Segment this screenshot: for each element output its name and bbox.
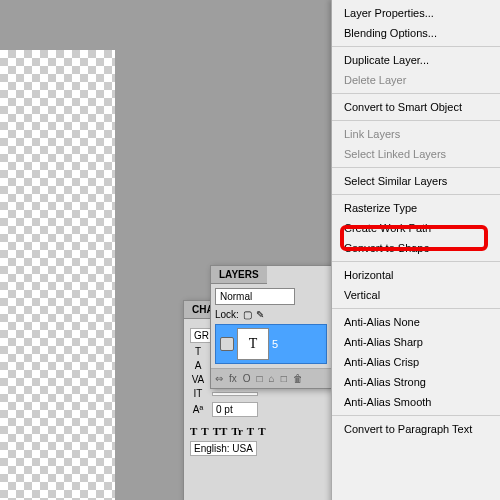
menu-separator [332,167,500,168]
menu-separator [332,46,500,47]
menu-separator [332,93,500,94]
menu-separator [332,415,500,416]
menu-item-anti-alias-crisp[interactable]: Anti-Alias Crisp [332,352,500,372]
menu-item-anti-alias-sharp[interactable]: Anti-Alias Sharp [332,332,500,352]
lock-label: Lock: [215,309,239,320]
menu-separator [332,194,500,195]
layers-tab[interactable]: LAYERS [211,266,267,284]
blend-mode-select[interactable]: Normal [215,288,295,305]
layer-thumbnail[interactable]: T [238,329,268,359]
language-select[interactable]: English: USA [190,441,257,456]
visibility-icon[interactable] [220,337,234,351]
fx-icon[interactable]: fx [229,373,237,384]
adjustment-icon[interactable]: □ [257,373,263,384]
menu-separator [332,308,500,309]
leading-icon: A [190,360,206,371]
layers-footer: ⇔ fx O □ ⌂ □ 🗑 [215,373,327,384]
layers-panel[interactable]: LAYERS Normal Lock: ▢ ✎ T 5 ⇔ fx O □ ⌂ □… [210,265,332,389]
menu-item-anti-alias-smooth[interactable]: Anti-Alias Smooth [332,392,500,412]
menu-item-create-work-path[interactable]: Create Work Path [332,218,500,238]
type-size-icon: T [190,346,206,357]
small-caps[interactable]: Tr [231,425,242,437]
layer-row-selected[interactable]: T 5 [215,324,327,364]
baseline-shift-icon: Aª [190,404,206,415]
menu-item-delete-layer: Delete Layer [332,70,500,90]
faux-bold[interactable]: T [190,425,197,437]
superscript[interactable]: T [247,425,254,437]
menu-item-convert-to-shape[interactable]: Convert to Shape [332,238,500,258]
menu-item-layer-properties[interactable]: Layer Properties... [332,3,500,23]
layer-name[interactable]: 5 [272,338,278,350]
context-menu: Layer Properties...Blending Options...Du… [331,0,500,500]
kerning-icon: VA [190,374,206,385]
trash-icon[interactable]: 🗑 [293,373,303,384]
menu-item-vertical[interactable]: Vertical [332,285,500,305]
type-style-buttons: T T TT Tr T T [190,425,328,437]
tracking[interactable] [212,392,258,396]
link-icon[interactable]: ⇔ [215,373,223,384]
lock-paint-icon[interactable]: ✎ [256,309,264,320]
menu-item-select-similar-layers[interactable]: Select Similar Layers [332,171,500,191]
lock-row: Lock: ▢ ✎ [215,309,327,320]
canvas-area[interactable] [0,50,115,500]
faux-italic[interactable]: T [201,425,208,437]
subscript[interactable]: T [258,425,265,437]
tracking-icon: IT [190,388,206,399]
menu-item-anti-alias-none[interactable]: Anti-Alias None [332,312,500,332]
menu-item-horizontal[interactable]: Horizontal [332,265,500,285]
menu-item-select-linked-layers: Select Linked Layers [332,144,500,164]
baseline-shift[interactable]: 0 pt [212,402,258,417]
mask-icon[interactable]: O [243,373,251,384]
folder-icon[interactable]: ⌂ [269,373,275,384]
menu-item-link-layers: Link Layers [332,124,500,144]
lock-transparency-icon[interactable]: ▢ [243,309,252,320]
menu-separator [332,120,500,121]
menu-item-convert-to-smart-object[interactable]: Convert to Smart Object [332,97,500,117]
menu-item-anti-alias-strong[interactable]: Anti-Alias Strong [332,372,500,392]
menu-item-convert-to-paragraph-text[interactable]: Convert to Paragraph Text [332,419,500,439]
all-caps[interactable]: TT [213,425,228,437]
menu-item-rasterize-type[interactable]: Rasterize Type [332,198,500,218]
menu-separator [332,261,500,262]
menu-item-duplicate-layer[interactable]: Duplicate Layer... [332,50,500,70]
menu-item-blending-options[interactable]: Blending Options... [332,23,500,43]
transparency-checker [0,50,115,500]
new-layer-icon[interactable]: □ [281,373,287,384]
